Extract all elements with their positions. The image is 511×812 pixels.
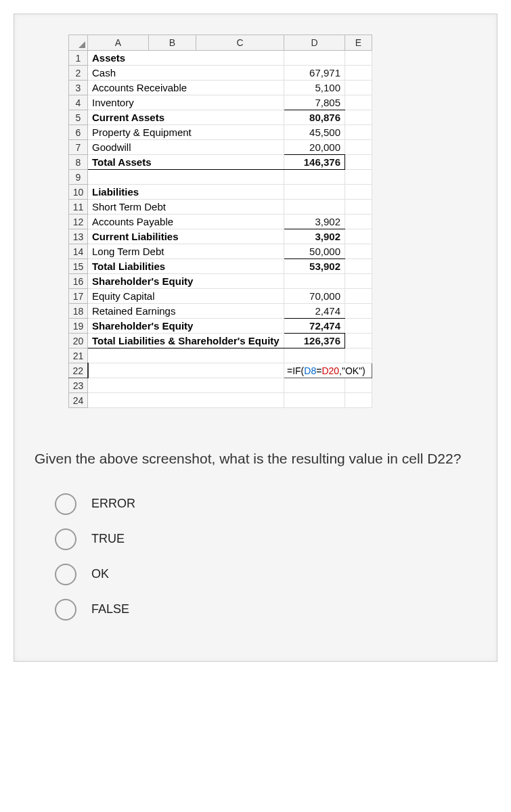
cell-d2[interactable]: 67,971: [284, 66, 345, 81]
cell-a4[interactable]: Inventory: [88, 95, 284, 110]
cell-a19[interactable]: Shareholder's Equity: [88, 319, 284, 334]
cell-e1[interactable]: [345, 51, 372, 66]
cell-e24[interactable]: [345, 393, 372, 408]
cell-a10[interactable]: Liabilities: [88, 185, 284, 200]
cell-a13[interactable]: Current Liabilities: [88, 229, 284, 244]
cell-e12[interactable]: [345, 215, 372, 229]
row-header[interactable]: 17: [69, 289, 88, 304]
cell-e20[interactable]: [345, 334, 372, 348]
cell-a17[interactable]: Equity Capital: [88, 289, 284, 304]
option-ok[interactable]: OK: [55, 564, 483, 585]
cell-e14[interactable]: [345, 244, 372, 259]
cell-d10[interactable]: [284, 185, 345, 200]
row-header[interactable]: 12: [69, 215, 88, 229]
cell-a1[interactable]: Assets: [88, 51, 284, 66]
cell-e13[interactable]: [345, 229, 372, 244]
row-header[interactable]: 23: [69, 378, 88, 393]
cell-a8[interactable]: Total Assets: [88, 155, 284, 170]
cell-d16[interactable]: [284, 274, 345, 289]
cell-d8[interactable]: 146,376: [284, 155, 345, 170]
cell-d9[interactable]: [284, 170, 345, 185]
cell-e21[interactable]: [345, 348, 372, 363]
cell-e2[interactable]: [345, 66, 372, 81]
cell-e6[interactable]: [345, 125, 372, 140]
row-header[interactable]: 22: [69, 363, 88, 378]
cell-d18[interactable]: 2,474: [284, 304, 345, 319]
option-true[interactable]: TRUE: [55, 528, 483, 550]
cell-a6[interactable]: Property & Equipment: [88, 125, 284, 140]
col-header-a[interactable]: A: [88, 35, 149, 51]
row-header[interactable]: 7: [69, 140, 88, 155]
row-header[interactable]: 21: [69, 348, 88, 363]
cell-d13[interactable]: 3,902: [284, 229, 345, 244]
col-header-c[interactable]: C: [196, 35, 284, 51]
cell-e10[interactable]: [345, 185, 372, 200]
row-header[interactable]: 4: [69, 95, 88, 110]
cell-d6[interactable]: 45,500: [284, 125, 345, 140]
cell-a22[interactable]: [88, 363, 284, 378]
cell-d1[interactable]: [284, 51, 345, 66]
cell-a16[interactable]: Shareholder's Equity: [88, 274, 284, 289]
cell-d3[interactable]: 5,100: [284, 81, 345, 95]
cell-a7[interactable]: Goodwill: [88, 140, 284, 155]
cell-e15[interactable]: [345, 259, 372, 274]
row-header[interactable]: 18: [69, 304, 88, 319]
cell-d4[interactable]: 7,805: [284, 95, 345, 110]
cell-e11[interactable]: [345, 200, 372, 215]
cell-e3[interactable]: [345, 81, 372, 95]
row-header[interactable]: 14: [69, 244, 88, 259]
cell-d5[interactable]: 80,876: [284, 110, 345, 125]
col-header-d[interactable]: D: [284, 35, 345, 51]
cell-d15[interactable]: 53,902: [284, 259, 345, 274]
cell-a11[interactable]: Short Term Debt: [88, 200, 284, 215]
row-header[interactable]: 1: [69, 51, 88, 66]
cell-e4[interactable]: [345, 95, 372, 110]
row-header[interactable]: 2: [69, 66, 88, 81]
cell-a5[interactable]: Current Assets: [88, 110, 284, 125]
row-header[interactable]: 15: [69, 259, 88, 274]
cell-e18[interactable]: [345, 304, 372, 319]
row-header[interactable]: 6: [69, 125, 88, 140]
cell-a3[interactable]: Accounts Receivable: [88, 81, 284, 95]
row-header[interactable]: 16: [69, 274, 88, 289]
cell-d12[interactable]: 3,902: [284, 215, 345, 229]
row-header[interactable]: 11: [69, 200, 88, 215]
cell-e19[interactable]: [345, 319, 372, 334]
option-false[interactable]: FALSE: [55, 599, 483, 621]
option-error[interactable]: ERROR: [55, 493, 483, 515]
cell-d22-formula[interactable]: =IF(D8=D20,"OK"): [284, 363, 372, 378]
cell-e17[interactable]: [345, 289, 372, 304]
row-header[interactable]: 20: [69, 334, 88, 348]
cell-d11[interactable]: [284, 200, 345, 215]
cell-e8[interactable]: [345, 155, 372, 170]
cell-e9[interactable]: [345, 170, 372, 185]
row-header[interactable]: 10: [69, 185, 88, 200]
cell-d19[interactable]: 72,474: [284, 319, 345, 334]
row-header[interactable]: 9: [69, 170, 88, 185]
cell-a18[interactable]: Retained Earnings: [88, 304, 284, 319]
cell-a23[interactable]: [88, 378, 284, 393]
cell-a15[interactable]: Total Liabilities: [88, 259, 284, 274]
cell-a20[interactable]: Total Liabilities & Shareholder's Equity: [88, 334, 284, 348]
cell-a12[interactable]: Accounts Payable: [88, 215, 284, 229]
col-header-e[interactable]: E: [345, 35, 372, 51]
row-header[interactable]: 24: [69, 393, 88, 408]
row-header[interactable]: 8: [69, 155, 88, 170]
cell-d7[interactable]: 20,000: [284, 140, 345, 155]
cell-e7[interactable]: [345, 140, 372, 155]
cell-d14[interactable]: 50,000: [284, 244, 345, 259]
cell-d24[interactable]: [284, 393, 345, 408]
cell-a21[interactable]: [88, 348, 284, 363]
select-all-corner[interactable]: [69, 35, 88, 51]
cell-a9[interactable]: [88, 170, 284, 185]
cell-e5[interactable]: [345, 110, 372, 125]
cell-d21[interactable]: [284, 348, 345, 363]
cell-e23[interactable]: [345, 378, 372, 393]
cell-a14[interactable]: Long Term Debt: [88, 244, 284, 259]
row-header[interactable]: 5: [69, 110, 88, 125]
row-header[interactable]: 3: [69, 81, 88, 95]
cell-a24[interactable]: [88, 393, 284, 408]
col-header-b[interactable]: B: [149, 35, 196, 51]
cell-a2[interactable]: Cash: [88, 66, 284, 81]
row-header[interactable]: 13: [69, 229, 88, 244]
